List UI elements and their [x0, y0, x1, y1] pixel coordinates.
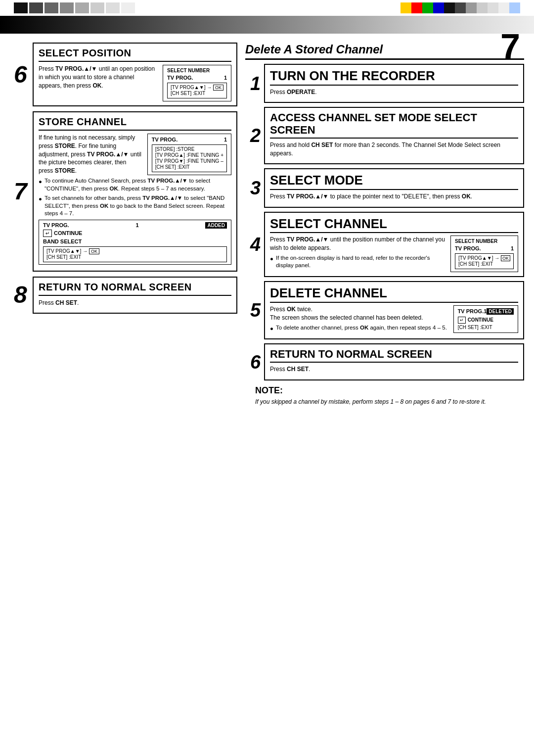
store-bullet-2: ● To set channels for other bands, press… — [39, 194, 231, 218]
step-1-number: 1 — [250, 74, 261, 93]
del-bullet-dot: ● — [270, 325, 273, 333]
store-display-value: 1 — [135, 222, 138, 228]
band-select-label: BAND SELECT — [43, 238, 227, 244]
select-channel-num-row: TV PROG. 1 — [455, 245, 514, 251]
continue-label: CONTINUE — [54, 230, 82, 236]
step-7-store-channel: 7 STORE CHANNEL TV PROG. 1 [STORE] :STOR… — [33, 111, 237, 272]
step-5-number: 5 — [250, 301, 261, 320]
select-channel-num-title: SELECT NUMBER — [455, 238, 514, 244]
store-nav-1: [STORE] :STORE — [155, 146, 223, 152]
color-block-lblue — [509, 2, 520, 13]
store-channel-title: STORE CHANNEL — [39, 116, 231, 131]
step-3-select-mode: 3 SELECT MODE Press TV PROG.▲/▼ to place… — [264, 168, 524, 207]
header-gradient-bar — [0, 16, 534, 34]
delete-channel-infobox: TV PROG. 1 DELETED ↵ CONTINUE [CH SET] :… — [453, 305, 518, 333]
nav-key-1: [TV PROG▲▼] → OK — [171, 85, 223, 90]
turn-on-body: Press OPERATE. — [270, 88, 518, 96]
select-position-section: SELECT POSITION SELECT NUMBER TV PROG. 1… — [33, 43, 237, 106]
return-normal-body-left: Press CH SET. — [39, 299, 231, 307]
note-title: NOTE: — [255, 385, 524, 396]
color-block-wh — [498, 2, 509, 13]
return-normal-title-left: RETURN TO NORMAL SCREEN — [39, 282, 231, 296]
select-mode-body: Press TV PROG.▲/▼ to place the pointer n… — [270, 192, 518, 201]
step-4-select-channel: 4 SELECT CHANNEL SELECT NUMBER TV PROG. … — [264, 212, 524, 278]
return-normal-title-right: RETURN TO NORMAL SCREEN — [270, 348, 518, 363]
select-channel-content: SELECT NUMBER TV PROG. 1 [TV PROG▲▼] → O… — [270, 236, 518, 272]
del-exit: [CH SET] :EXIT — [458, 325, 514, 330]
color-block-5 — [75, 2, 89, 13]
color-block-blue — [433, 2, 444, 13]
step-6-number: 6 — [14, 63, 27, 87]
top-bar — [0, 0, 534, 16]
store-bullet-1: ● To continue Auto Channel Search, press… — [39, 177, 231, 192]
left-column: 6 SELECT POSITION SELECT NUMBER TV PROG.… — [10, 43, 237, 406]
step-5-delete-channel: 5 DELETE CHANNEL TV PROG. 1 DELETED ↵ CO… — [264, 281, 524, 339]
nav-key-2: [CH SET] :EXIT — [171, 91, 223, 96]
step-8-number: 8 — [14, 283, 27, 307]
store-nav-4: [CH SET] :EXIT — [155, 164, 223, 170]
select-channel-nav: [TV PROG▲▼] → OK [CH SET] :EXIT — [455, 253, 514, 269]
del-label: TV PROG. — [458, 308, 484, 315]
del-bullet-text: To delete another channel, press OK agai… — [276, 324, 447, 333]
access-channel-section: ACCESS CHANNEL SET MODE SELECT SCREEN Pr… — [264, 107, 524, 164]
select-number-row: TV PROG. 1 — [167, 75, 227, 81]
return-normal-section-right: RETURN TO NORMAL SCREEN Press CH SET. — [264, 343, 524, 380]
store-tvprog-value: 1 — [224, 137, 227, 142]
sc-nav-2: [CH SET] :EXIT — [458, 261, 510, 267]
del-continue-row: ↵ CONTINUE — [458, 317, 514, 324]
select-channel-infobox: SELECT NUMBER TV PROG. 1 [TV PROG▲▼] → O… — [450, 236, 518, 272]
tv-prog-value: 1 — [224, 75, 227, 81]
color-block-3 — [44, 2, 58, 13]
color-block-4 — [60, 2, 74, 13]
turn-on-title: TURN ON THE RECORDER — [270, 69, 518, 86]
access-channel-body: Press and hold CH SET for more than 2 se… — [270, 141, 518, 158]
step-2-access-channel: 2 ACCESS CHANNEL SET MODE SELECT SCREEN … — [264, 107, 524, 164]
step-7-number: 7 — [14, 180, 27, 203]
color-block-6 — [90, 2, 104, 13]
store-channel-nav: [STORE] :STORE [TV PROG▲] :FINE TUNING +… — [152, 144, 227, 172]
delete-stored-channel-header: Delete A Stored Channel — [245, 43, 524, 60]
store-display-badge: ADDED — [205, 222, 227, 229]
color-block-1 — [14, 2, 28, 13]
color-block-7 — [106, 2, 120, 13]
store-nav-2: [TV PROG▲] :FINE TUNING + — [155, 152, 223, 158]
deleted-badge: DELETED — [487, 308, 514, 315]
sc-nav-1: [TV PROG▲▼] → OK — [458, 255, 510, 261]
sc-value: 1 — [511, 245, 514, 251]
select-channel-section: SELECT CHANNEL SELECT NUMBER TV PROG. 1 … — [264, 212, 524, 278]
access-channel-title: ACCESS CHANNEL SET MODE SELECT SCREEN — [270, 112, 518, 138]
sc-bullet-dot: ● — [270, 255, 273, 270]
deleted-row: TV PROG. 1 DELETED — [458, 308, 514, 315]
note-section: NOTE: If you skipped a channel by mistak… — [245, 385, 524, 406]
store-bullet-2-text: To set channels for other bands, press T… — [44, 194, 231, 218]
store-channel-infobox: TV PROG. 1 [STORE] :STORE [TV PROG▲] :FI… — [147, 134, 231, 175]
step-6-return-normal: 6 RETURN TO NORMAL SCREEN Press CH SET. — [264, 343, 524, 380]
return-normal-body-right: Press CH SET. — [270, 365, 518, 374]
color-block-md — [466, 2, 477, 13]
store-nav-tv: [TV PROG▲▼] → OK — [46, 248, 223, 254]
bullet-dot-2: ● — [39, 195, 42, 218]
store-nav-3: [TV PROG▼] :FINE TUNING – — [155, 158, 223, 164]
color-block-red — [411, 2, 422, 13]
delete-channel-section: DELETE CHANNEL TV PROG. 1 DELETED ↵ CONT… — [264, 281, 524, 339]
sc-bullet: ● If the on-screen display is hard to re… — [270, 254, 445, 270]
store-bullet-1-text: To continue Auto Channel Search, press T… — [44, 177, 231, 192]
step-2-number: 2 — [250, 126, 261, 145]
store-display-label: TV PROG. — [43, 222, 69, 228]
color-blocks-right — [400, 2, 520, 13]
continue-row: ↵ CONTINUE — [43, 230, 227, 237]
select-position-title: SELECT POSITION — [39, 47, 231, 62]
color-block-8 — [121, 2, 135, 13]
main-container: 6 SELECT POSITION SELECT NUMBER TV PROG.… — [0, 39, 534, 411]
select-mode-title: SELECT MODE — [270, 173, 518, 190]
delete-channel-content: TV PROG. 1 DELETED ↵ CONTINUE [CH SET] :… — [270, 305, 518, 334]
store-display-box: TV PROG. 1 ADDED ↵ CONTINUE BAND SELECT … — [39, 220, 231, 265]
select-position-content: SELECT NUMBER TV PROG. 1 [TV PROG▲▼] → O… — [39, 65, 231, 101]
page-number: 7 — [500, 29, 520, 64]
store-display-row: TV PROG. 1 ADDED — [43, 222, 227, 229]
color-block-black — [444, 2, 455, 13]
color-block-dk — [455, 2, 466, 13]
del-continue-label: CONTINUE — [468, 317, 493, 323]
sc-bullet-text: If the on-screen display is hard to read… — [276, 254, 445, 270]
note-body: If you skipped a channel by mistake, per… — [255, 398, 524, 406]
